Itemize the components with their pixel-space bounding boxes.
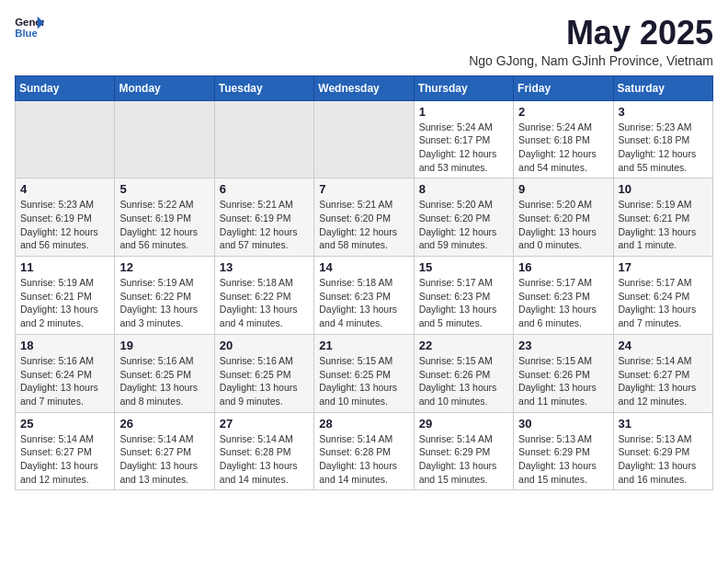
calendar-week-row: 25Sunrise: 5:14 AM Sunset: 6:27 PM Dayli…: [16, 412, 713, 490]
day-info: Sunrise: 5:14 AM Sunset: 6:27 PM Dayligh…: [20, 432, 109, 487]
calendar-title: May 2025: [469, 15, 713, 52]
calendar-cell: 19Sunrise: 5:16 AM Sunset: 6:25 PM Dayli…: [115, 334, 214, 412]
calendar-cell: 8Sunrise: 5:20 AM Sunset: 6:20 PM Daylig…: [414, 178, 513, 257]
day-info: Sunrise: 5:22 AM Sunset: 6:19 PM Dayligh…: [119, 198, 209, 252]
day-of-week-sunday: Sunday: [16, 75, 115, 100]
day-number: 13: [220, 260, 309, 274]
day-number: 12: [119, 260, 209, 274]
calendar-cell: 17Sunrise: 5:17 AM Sunset: 6:24 PM Dayli…: [613, 257, 712, 335]
day-of-week-monday: Monday: [115, 75, 214, 100]
day-info: Sunrise: 5:19 AM Sunset: 6:22 PM Dayligh…: [119, 276, 209, 330]
calendar-cell: 3Sunrise: 5:23 AM Sunset: 6:18 PM Daylig…: [613, 100, 712, 178]
day-of-week-friday: Friday: [514, 75, 613, 100]
day-info: Sunrise: 5:14 AM Sunset: 6:27 PM Dayligh…: [619, 354, 708, 408]
calendar-cell: 18Sunrise: 5:16 AM Sunset: 6:24 PM Dayli…: [16, 334, 115, 412]
calendar-cell: 30Sunrise: 5:13 AM Sunset: 6:29 PM Dayli…: [514, 412, 613, 490]
day-number: 17: [619, 260, 708, 274]
day-info: Sunrise: 5:21 AM Sunset: 6:19 PM Dayligh…: [220, 198, 309, 252]
calendar-cell: 11Sunrise: 5:19 AM Sunset: 6:21 PM Dayli…: [16, 257, 115, 335]
calendar-cell: 5Sunrise: 5:22 AM Sunset: 6:19 PM Daylig…: [115, 178, 214, 257]
day-info: Sunrise: 5:16 AM Sunset: 6:24 PM Dayligh…: [20, 354, 109, 408]
day-number: 23: [518, 339, 608, 352]
day-info: Sunrise: 5:20 AM Sunset: 6:20 PM Dayligh…: [518, 198, 608, 252]
day-number: 25: [20, 417, 109, 431]
calendar-cell: 2Sunrise: 5:24 AM Sunset: 6:18 PM Daylig…: [514, 100, 613, 178]
day-info: Sunrise: 5:23 AM Sunset: 6:18 PM Dayligh…: [619, 121, 708, 175]
calendar-cell: 9Sunrise: 5:20 AM Sunset: 6:20 PM Daylig…: [514, 178, 613, 257]
calendar-cell: 7Sunrise: 5:21 AM Sunset: 6:20 PM Daylig…: [314, 178, 414, 257]
day-info: Sunrise: 5:23 AM Sunset: 6:19 PM Dayligh…: [20, 198, 109, 252]
calendar-cell: [214, 100, 313, 178]
day-number: 9: [518, 182, 608, 196]
day-of-week-saturday: Saturday: [613, 75, 712, 100]
day-number: 11: [20, 260, 109, 274]
day-number: 18: [20, 339, 109, 352]
day-info: Sunrise: 5:15 AM Sunset: 6:26 PM Dayligh…: [518, 354, 608, 408]
day-number: 28: [319, 417, 408, 431]
calendar-cell: 15Sunrise: 5:17 AM Sunset: 6:23 PM Dayli…: [414, 257, 513, 335]
day-info: Sunrise: 5:15 AM Sunset: 6:26 PM Dayligh…: [419, 354, 508, 408]
day-info: Sunrise: 5:21 AM Sunset: 6:20 PM Dayligh…: [319, 198, 408, 252]
day-number: 20: [220, 339, 309, 352]
calendar-cell: 26Sunrise: 5:14 AM Sunset: 6:27 PM Dayli…: [115, 412, 214, 490]
calendar-cell: 13Sunrise: 5:18 AM Sunset: 6:22 PM Dayli…: [214, 257, 313, 335]
day-number: 21: [319, 339, 408, 352]
day-number: 22: [419, 339, 508, 352]
calendar-cell: 6Sunrise: 5:21 AM Sunset: 6:19 PM Daylig…: [214, 178, 313, 257]
svg-text:Blue: Blue: [15, 28, 38, 39]
day-info: Sunrise: 5:16 AM Sunset: 6:25 PM Dayligh…: [220, 354, 309, 408]
day-number: 4: [20, 182, 109, 196]
day-info: Sunrise: 5:19 AM Sunset: 6:21 PM Dayligh…: [619, 198, 708, 252]
calendar-cell: 14Sunrise: 5:18 AM Sunset: 6:23 PM Dayli…: [314, 257, 414, 335]
calendar-cell: 12Sunrise: 5:19 AM Sunset: 6:22 PM Dayli…: [115, 257, 214, 335]
day-number: 26: [119, 417, 209, 431]
day-number: 27: [220, 417, 309, 431]
day-info: Sunrise: 5:14 AM Sunset: 6:27 PM Dayligh…: [119, 432, 209, 487]
calendar-week-row: 4Sunrise: 5:23 AM Sunset: 6:19 PM Daylig…: [16, 178, 713, 257]
day-number: 29: [419, 417, 508, 431]
calendar-cell: 16Sunrise: 5:17 AM Sunset: 6:23 PM Dayli…: [514, 257, 613, 335]
calendar-week-row: 18Sunrise: 5:16 AM Sunset: 6:24 PM Dayli…: [16, 334, 713, 412]
day-number: 31: [619, 417, 708, 431]
calendar-cell: 1Sunrise: 5:24 AM Sunset: 6:17 PM Daylig…: [414, 100, 513, 178]
day-info: Sunrise: 5:17 AM Sunset: 6:23 PM Dayligh…: [419, 276, 508, 330]
calendar-cell: 28Sunrise: 5:14 AM Sunset: 6:28 PM Dayli…: [314, 412, 414, 490]
day-info: Sunrise: 5:17 AM Sunset: 6:24 PM Dayligh…: [619, 276, 708, 330]
calendar-table: SundayMondayTuesdayWednesdayThursdayFrid…: [15, 75, 713, 491]
calendar-cell: 23Sunrise: 5:15 AM Sunset: 6:26 PM Dayli…: [514, 334, 613, 412]
day-info: Sunrise: 5:24 AM Sunset: 6:18 PM Dayligh…: [518, 121, 608, 175]
day-info: Sunrise: 5:17 AM Sunset: 6:23 PM Dayligh…: [518, 276, 608, 330]
day-number: 30: [518, 417, 608, 431]
page-header: General Blue May 2025 Ngo GJong, Nam GJi…: [15, 15, 713, 68]
calendar-cell: [314, 100, 414, 178]
day-of-week-thursday: Thursday: [414, 75, 513, 100]
calendar-cell: 27Sunrise: 5:14 AM Sunset: 6:28 PM Dayli…: [214, 412, 313, 490]
day-number: 3: [619, 105, 708, 119]
day-number: 24: [619, 339, 708, 352]
day-number: 19: [119, 339, 209, 352]
calendar-cell: 21Sunrise: 5:15 AM Sunset: 6:25 PM Dayli…: [314, 334, 414, 412]
day-info: Sunrise: 5:16 AM Sunset: 6:25 PM Dayligh…: [119, 354, 209, 408]
day-info: Sunrise: 5:18 AM Sunset: 6:22 PM Dayligh…: [220, 276, 309, 330]
day-info: Sunrise: 5:14 AM Sunset: 6:28 PM Dayligh…: [220, 432, 309, 487]
day-of-week-wednesday: Wednesday: [314, 75, 414, 100]
day-info: Sunrise: 5:13 AM Sunset: 6:29 PM Dayligh…: [619, 432, 708, 487]
day-number: 8: [419, 182, 508, 196]
day-info: Sunrise: 5:14 AM Sunset: 6:28 PM Dayligh…: [319, 432, 408, 487]
day-number: 2: [518, 105, 608, 119]
day-number: 7: [319, 182, 408, 196]
day-number: 6: [220, 182, 309, 196]
calendar-cell: 20Sunrise: 5:16 AM Sunset: 6:25 PM Dayli…: [214, 334, 313, 412]
day-number: 16: [518, 260, 608, 274]
day-info: Sunrise: 5:15 AM Sunset: 6:25 PM Dayligh…: [319, 354, 408, 408]
day-info: Sunrise: 5:20 AM Sunset: 6:20 PM Dayligh…: [419, 198, 508, 252]
calendar-header-row: SundayMondayTuesdayWednesdayThursdayFrid…: [16, 75, 713, 100]
calendar-week-row: 1Sunrise: 5:24 AM Sunset: 6:17 PM Daylig…: [16, 100, 713, 178]
calendar-subtitle: Ngo GJong, Nam GJinh Province, Vietnam: [469, 53, 713, 68]
day-number: 1: [419, 105, 508, 119]
day-number: 5: [119, 182, 209, 196]
calendar-cell: 10Sunrise: 5:19 AM Sunset: 6:21 PM Dayli…: [613, 178, 712, 257]
calendar-cell: 22Sunrise: 5:15 AM Sunset: 6:26 PM Dayli…: [414, 334, 513, 412]
calendar-cell: 24Sunrise: 5:14 AM Sunset: 6:27 PM Dayli…: [613, 334, 712, 412]
day-info: Sunrise: 5:14 AM Sunset: 6:29 PM Dayligh…: [419, 432, 508, 487]
